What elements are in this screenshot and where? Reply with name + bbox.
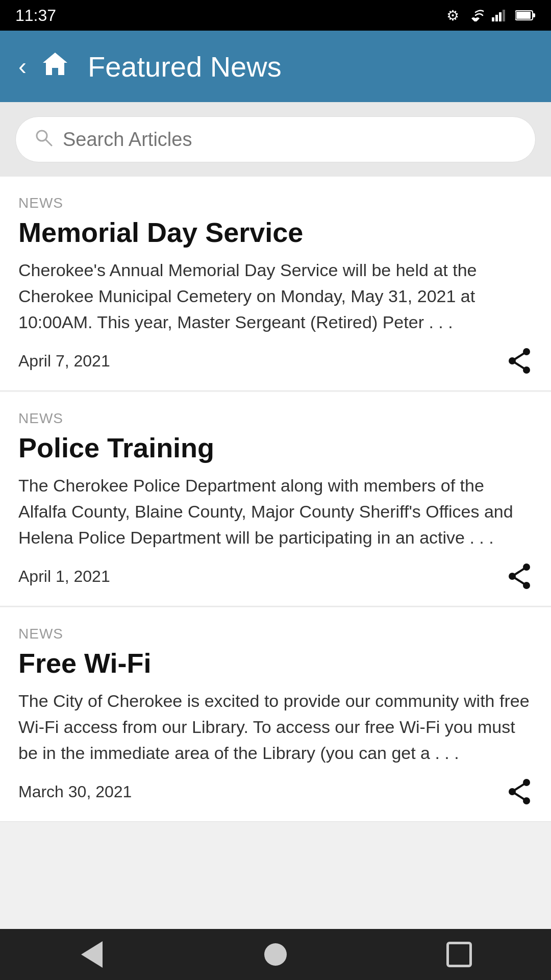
svg-line-19 <box>512 576 527 585</box>
svg-line-18 <box>512 567 527 576</box>
svg-rect-4 <box>503 10 505 21</box>
news-excerpt: The City of Cherokee is excited to provi… <box>18 688 533 766</box>
nav-home-button[interactable] <box>255 934 296 975</box>
news-category-label: NEWS <box>18 195 533 211</box>
list-item[interactable]: NEWS Memorial Day Service Cherokee's Ann… <box>0 177 551 391</box>
svg-rect-7 <box>533 13 535 17</box>
news-footer: April 1, 2021 <box>18 563 533 590</box>
search-bar[interactable] <box>15 116 536 162</box>
home-button[interactable] <box>41 51 69 83</box>
svg-line-24 <box>512 792 527 801</box>
home-icon <box>41 51 69 77</box>
search-input[interactable] <box>63 129 517 151</box>
back-button[interactable]: ‹ <box>18 54 27 79</box>
share-icon <box>506 563 533 590</box>
list-item[interactable]: NEWS Police Training The Cherokee Police… <box>0 392 551 606</box>
share-icon <box>506 348 533 374</box>
wifi-icon <box>467 9 484 21</box>
svg-rect-1 <box>492 17 494 21</box>
news-title: Memorial Day Service <box>18 216 533 248</box>
gear-icon <box>446 7 459 24</box>
signal-icon <box>492 9 507 21</box>
news-date: April 1, 2021 <box>18 567 110 586</box>
news-excerpt: Cherokee's Annual Memorial Day Service w… <box>18 257 533 335</box>
share-button[interactable] <box>506 563 533 590</box>
bottom-navigation <box>0 929 551 980</box>
page-title: Featured News <box>88 50 282 83</box>
list-item[interactable]: NEWS Free Wi-Fi The City of Cherokee is … <box>0 607 551 822</box>
news-date: March 30, 2021 <box>18 782 132 801</box>
battery-icon <box>515 9 536 21</box>
svg-point-0 <box>474 18 477 21</box>
svg-line-23 <box>512 782 527 792</box>
svg-line-13 <box>512 352 527 361</box>
nav-recent-button[interactable] <box>439 934 480 975</box>
news-excerpt: The Cherokee Police Department along wit… <box>18 473 533 551</box>
news-footer: March 30, 2021 <box>18 778 533 805</box>
status-icons <box>446 7 536 24</box>
svg-rect-6 <box>516 12 531 19</box>
news-category-label: NEWS <box>18 626 533 642</box>
share-button[interactable] <box>506 348 533 374</box>
svg-rect-2 <box>495 15 498 21</box>
share-button[interactable] <box>506 778 533 805</box>
news-category-label: NEWS <box>18 410 533 427</box>
share-icon <box>506 778 533 805</box>
search-section <box>0 102 551 177</box>
svg-line-9 <box>46 140 52 145</box>
news-date: April 7, 2021 <box>18 352 110 371</box>
page-header: ‹ Featured News <box>0 31 551 102</box>
news-list: NEWS Memorial Day Service Cherokee's Ann… <box>0 177 551 822</box>
svg-rect-3 <box>499 12 502 21</box>
status-bar: 11:37 <box>0 0 551 31</box>
status-time: 11:37 <box>15 6 56 25</box>
news-title: Police Training <box>18 432 533 463</box>
search-icon <box>34 128 53 151</box>
nav-back-button[interactable] <box>71 934 112 975</box>
news-title: Free Wi-Fi <box>18 647 533 679</box>
svg-line-14 <box>512 361 527 370</box>
news-footer: April 7, 2021 <box>18 348 533 374</box>
